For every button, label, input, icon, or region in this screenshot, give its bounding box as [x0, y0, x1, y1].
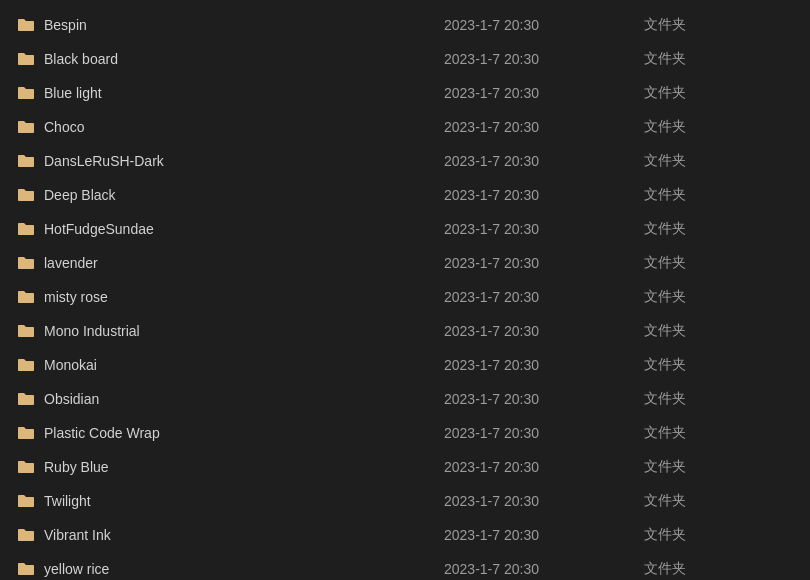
file-name: lavender [44, 255, 444, 271]
file-name: DansLeRuSH-Dark [44, 153, 444, 169]
file-name: Deep Black [44, 187, 444, 203]
file-type: 文件夹 [644, 118, 794, 136]
file-type: 文件夹 [644, 458, 794, 476]
file-date: 2023-1-7 20:30 [444, 221, 644, 237]
file-name: Choco [44, 119, 444, 135]
file-name: Vibrant Ink [44, 527, 444, 543]
file-name: Twilight [44, 493, 444, 509]
folder-icon [16, 117, 36, 137]
list-item[interactable]: Ruby Blue2023-1-7 20:30文件夹 [0, 450, 810, 484]
file-name: Plastic Code Wrap [44, 425, 444, 441]
list-item[interactable]: Black board2023-1-7 20:30文件夹 [0, 42, 810, 76]
file-date: 2023-1-7 20:30 [444, 527, 644, 543]
file-name: HotFudgeSundae [44, 221, 444, 237]
file-date: 2023-1-7 20:30 [444, 119, 644, 135]
file-date: 2023-1-7 20:30 [444, 357, 644, 373]
folder-icon [16, 253, 36, 273]
folder-icon [16, 423, 36, 443]
file-name: Black board [44, 51, 444, 67]
folder-icon [16, 49, 36, 69]
folder-icon [16, 15, 36, 35]
file-date: 2023-1-7 20:30 [444, 289, 644, 305]
file-date: 2023-1-7 20:30 [444, 51, 644, 67]
file-date: 2023-1-7 20:30 [444, 85, 644, 101]
folder-icon [16, 355, 36, 375]
file-date: 2023-1-7 20:30 [444, 255, 644, 271]
list-item[interactable]: Obsidian2023-1-7 20:30文件夹 [0, 382, 810, 416]
list-item[interactable]: Blue light2023-1-7 20:30文件夹 [0, 76, 810, 110]
list-item[interactable]: Vibrant Ink2023-1-7 20:30文件夹 [0, 518, 810, 552]
folder-icon [16, 559, 36, 579]
folder-icon [16, 185, 36, 205]
file-name: Blue light [44, 85, 444, 101]
file-type: 文件夹 [644, 560, 794, 578]
folder-icon [16, 525, 36, 545]
file-type: 文件夹 [644, 424, 794, 442]
file-name: Ruby Blue [44, 459, 444, 475]
file-type: 文件夹 [644, 152, 794, 170]
list-item[interactable]: Bespin2023-1-7 20:30文件夹 [0, 8, 810, 42]
file-type: 文件夹 [644, 526, 794, 544]
list-item[interactable]: Plastic Code Wrap2023-1-7 20:30文件夹 [0, 416, 810, 450]
file-date: 2023-1-7 20:30 [444, 391, 644, 407]
folder-icon [16, 457, 36, 477]
file-type: 文件夹 [644, 186, 794, 204]
list-item[interactable]: lavender2023-1-7 20:30文件夹 [0, 246, 810, 280]
list-item[interactable]: Deep Black2023-1-7 20:30文件夹 [0, 178, 810, 212]
file-date: 2023-1-7 20:30 [444, 17, 644, 33]
list-item[interactable]: Monokai2023-1-7 20:30文件夹 [0, 348, 810, 382]
file-date: 2023-1-7 20:30 [444, 459, 644, 475]
list-item[interactable]: Twilight2023-1-7 20:30文件夹 [0, 484, 810, 518]
file-date: 2023-1-7 20:30 [444, 493, 644, 509]
file-name: Bespin [44, 17, 444, 33]
list-item[interactable]: misty rose2023-1-7 20:30文件夹 [0, 280, 810, 314]
folder-icon [16, 491, 36, 511]
file-date: 2023-1-7 20:30 [444, 323, 644, 339]
file-type: 文件夹 [644, 254, 794, 272]
list-item[interactable]: DansLeRuSH-Dark2023-1-7 20:30文件夹 [0, 144, 810, 178]
folder-icon [16, 321, 36, 341]
file-date: 2023-1-7 20:30 [444, 425, 644, 441]
folder-icon [16, 83, 36, 103]
file-date: 2023-1-7 20:30 [444, 561, 644, 577]
folder-icon [16, 389, 36, 409]
file-type: 文件夹 [644, 84, 794, 102]
file-type: 文件夹 [644, 356, 794, 374]
file-name: Monokai [44, 357, 444, 373]
file-list: Bespin2023-1-7 20:30文件夹 Black board2023-… [0, 8, 810, 580]
file-type: 文件夹 [644, 492, 794, 510]
file-date: 2023-1-7 20:30 [444, 153, 644, 169]
file-date: 2023-1-7 20:30 [444, 187, 644, 203]
list-item[interactable]: HotFudgeSundae2023-1-7 20:30文件夹 [0, 212, 810, 246]
file-type: 文件夹 [644, 288, 794, 306]
list-item[interactable]: Choco2023-1-7 20:30文件夹 [0, 110, 810, 144]
file-name: misty rose [44, 289, 444, 305]
folder-icon [16, 287, 36, 307]
file-type: 文件夹 [644, 220, 794, 238]
file-type: 文件夹 [644, 16, 794, 34]
list-item[interactable]: yellow rice2023-1-7 20:30文件夹 [0, 552, 810, 580]
file-name: yellow rice [44, 561, 444, 577]
file-type: 文件夹 [644, 322, 794, 340]
file-name: Obsidian [44, 391, 444, 407]
list-item[interactable]: Mono Industrial2023-1-7 20:30文件夹 [0, 314, 810, 348]
file-type: 文件夹 [644, 50, 794, 68]
file-type: 文件夹 [644, 390, 794, 408]
folder-icon [16, 151, 36, 171]
folder-icon [16, 219, 36, 239]
file-name: Mono Industrial [44, 323, 444, 339]
